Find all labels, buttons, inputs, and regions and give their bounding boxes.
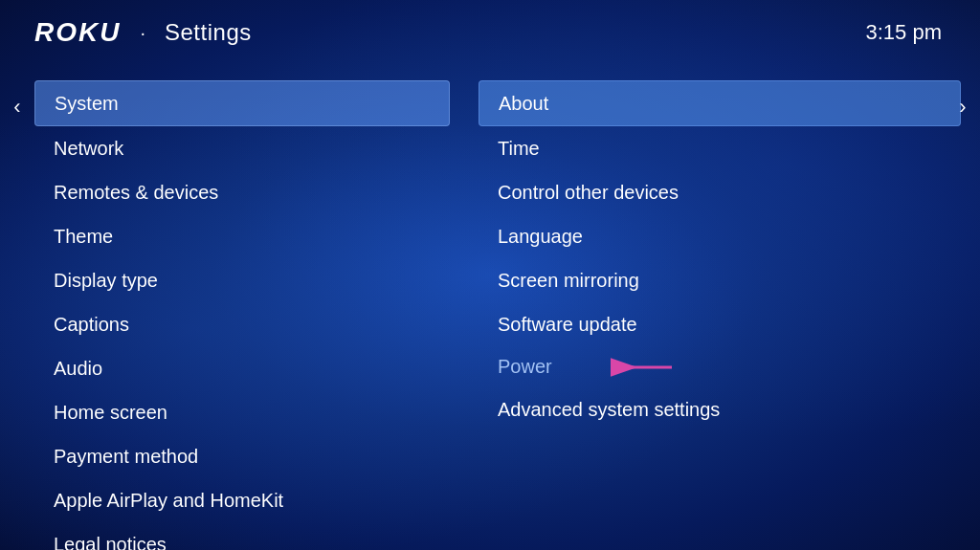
chevron-right-icon: ›: [959, 95, 966, 120]
sidebar-item-payment[interactable]: Payment method: [34, 434, 450, 478]
sidebar-item-network[interactable]: Network: [34, 126, 450, 170]
header-separator: ·: [140, 22, 145, 44]
menu-item-time[interactable]: Time: [479, 126, 961, 170]
chevron-left-icon: ‹: [13, 95, 20, 120]
menu-item-advanced-system[interactable]: Advanced system settings: [479, 387, 961, 431]
power-arrow-indicator: [603, 353, 679, 382]
menu-item-control-other-devices[interactable]: Control other devices: [479, 170, 961, 214]
right-panel: About Time Control other devices Languag…: [469, 80, 980, 550]
menu-item-power-label: Power: [498, 356, 552, 378]
clock-display: 3:15 pm: [866, 20, 943, 45]
menu-item-power-row[interactable]: Power: [479, 346, 961, 387]
sidebar-item-legal[interactable]: Legal notices: [34, 522, 450, 550]
sidebar-item-home-screen[interactable]: Home screen: [34, 390, 450, 434]
menu-item-software-update[interactable]: Software update: [479, 302, 961, 346]
main-content: ‹ System Network Remotes & devices Theme…: [0, 61, 980, 550]
sidebar-item-captions[interactable]: Captions: [34, 302, 450, 346]
menu-item-language[interactable]: Language: [479, 214, 961, 258]
sidebar-item-audio[interactable]: Audio: [34, 346, 450, 390]
sidebar-item-theme[interactable]: Theme: [34, 214, 450, 258]
roku-brand-text: ROKU: [34, 17, 121, 48]
page-title: Settings: [165, 19, 252, 46]
right-nav-arrow[interactable]: ›: [946, 90, 980, 124]
sidebar-item-remotes[interactable]: Remotes & devices: [34, 170, 450, 214]
settings-screen: ROKU · Settings 3:15 pm ‹ System Network…: [0, 0, 980, 550]
left-panel: ‹ System Network Remotes & devices Theme…: [0, 80, 469, 550]
menu-item-screen-mirroring[interactable]: Screen mirroring: [479, 258, 961, 302]
sidebar-item-system[interactable]: System: [34, 80, 450, 126]
sidebar-item-airplay[interactable]: Apple AirPlay and HomeKit: [34, 478, 450, 522]
header: ROKU · Settings 3:15 pm: [0, 0, 980, 61]
menu-item-about[interactable]: About: [479, 80, 961, 126]
header-left: ROKU · Settings: [34, 17, 252, 48]
roku-logo: ROKU: [34, 17, 121, 48]
sidebar-item-display-type[interactable]: Display type: [34, 258, 450, 302]
left-nav-arrow[interactable]: ‹: [0, 90, 34, 124]
pink-arrow-icon: [603, 353, 679, 382]
